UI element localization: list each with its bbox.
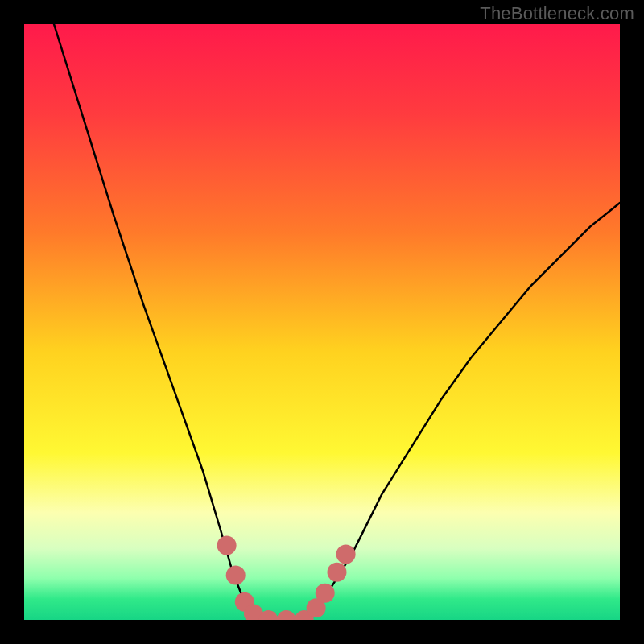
marker-dot bbox=[316, 584, 335, 603]
gradient-rect bbox=[24, 24, 620, 620]
chart-svg bbox=[24, 24, 620, 620]
plot-area bbox=[24, 24, 620, 620]
marker-dot bbox=[328, 563, 347, 582]
chart-frame: TheBottleneck.com bbox=[0, 0, 644, 644]
watermark-text: TheBottleneck.com bbox=[480, 3, 634, 24]
marker-dot bbox=[336, 545, 356, 564]
marker-dot bbox=[226, 566, 246, 585]
marker-dot bbox=[217, 536, 237, 555]
